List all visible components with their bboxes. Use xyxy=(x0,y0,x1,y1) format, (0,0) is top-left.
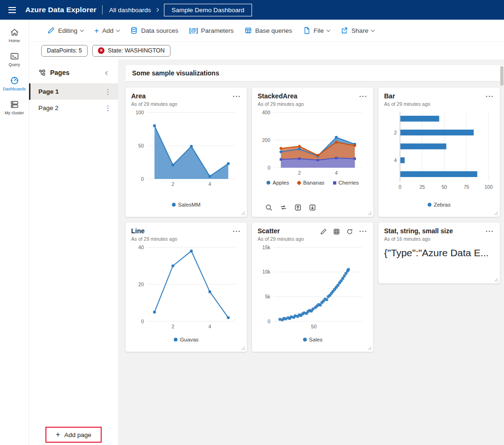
edit-tile-button[interactable] xyxy=(320,228,327,237)
stat-value: {"Type":"Azure Data E... xyxy=(384,247,494,259)
rail-item-dashboards[interactable]: Dashboards xyxy=(0,74,29,94)
share-button[interactable]: Share xyxy=(336,24,378,37)
scrollbar-thumb[interactable] xyxy=(500,66,504,86)
grid-icon xyxy=(333,228,340,235)
base-queries-button[interactable]: Base queries xyxy=(240,24,296,37)
resize-handle-icon[interactable] xyxy=(241,346,245,350)
svg-text:400: 400 xyxy=(262,110,270,115)
breadcrumb-all-dashboards[interactable]: All dashboards xyxy=(109,7,151,14)
rail-item-my-cluster[interactable]: My cluster xyxy=(0,97,29,118)
refresh-tile-button[interactable] xyxy=(346,228,353,237)
editing-label: Editing xyxy=(58,27,77,34)
zoom-search-button[interactable] xyxy=(265,204,273,211)
hamburger-icon xyxy=(8,7,16,8)
tile-scatter[interactable]: Scatter As of 29 minutes ago ⋯ 05k10k15k… xyxy=(252,222,373,352)
page2-kebab-button[interactable]: ⋮ xyxy=(103,104,113,112)
dashboard-name-button[interactable]: Sample Demo Dashboard xyxy=(164,4,252,16)
resize-handle-icon[interactable] xyxy=(494,211,498,215)
page-item-page1[interactable]: Page 1 ⋮ xyxy=(29,83,118,100)
tile-stackedarea[interactable]: StackedArea As of 29 minutes ago ⋯ 02004… xyxy=(252,88,373,217)
rail-item-label: Dashboards xyxy=(3,87,26,91)
page1-kebab-button[interactable]: ⋮ xyxy=(103,87,113,96)
resize-handle-icon[interactable] xyxy=(368,346,372,350)
table-view-button[interactable] xyxy=(333,228,340,237)
hamburger-menu-button[interactable] xyxy=(5,3,19,17)
parameters-icon: [@] xyxy=(189,27,198,34)
svg-text:50: 50 xyxy=(138,143,144,148)
tile-subtitle: As of 29 minutes ago xyxy=(131,236,227,242)
plus-icon: + xyxy=(94,27,99,35)
tile-more-button[interactable]: ⋯ xyxy=(231,227,241,235)
legend-item[interactable]: Bananas xyxy=(297,180,324,185)
legend-item[interactable]: Zebras xyxy=(428,202,451,208)
dashboard-canvas: Some sample visualizations Area As of 29… xyxy=(118,59,504,445)
svg-text:4: 4 xyxy=(208,324,211,329)
svg-text:5k: 5k xyxy=(265,294,271,299)
legend-marker-icon xyxy=(303,338,307,341)
svg-text:4: 4 xyxy=(394,157,397,163)
add-page-button[interactable]: + Add page xyxy=(45,427,102,443)
svg-text:4: 4 xyxy=(208,181,211,187)
database-icon xyxy=(130,27,138,34)
legend-marker-icon xyxy=(174,338,178,341)
tile-line[interactable]: Line As of 29 minutes ago ⋯ 0204024 Guav… xyxy=(126,222,247,352)
resize-handle-icon[interactable] xyxy=(241,211,245,215)
data-sources-button[interactable]: Data sources xyxy=(126,24,183,37)
app-title: Azure Data Explorer xyxy=(25,6,96,14)
bar-chart: 025507510024 xyxy=(384,109,494,191)
search-icon xyxy=(265,204,273,211)
filter-pill-datapoints[interactable]: DataPoints: 5 xyxy=(41,45,88,57)
tile-stat[interactable]: Stat, string, small size As of 16 minute… xyxy=(378,222,500,283)
tile-title: Area xyxy=(131,92,227,100)
tile-more-button[interactable]: ⋯ xyxy=(358,92,368,100)
filter-pill-state[interactable]: × State: WASHINGTON xyxy=(92,45,170,57)
tile-area[interactable]: Area As of 29 minutes ago ⋯ 05010024 Sal… xyxy=(126,88,247,217)
tile-subtitle: As of 29 minutes ago xyxy=(258,236,320,242)
svg-text:0: 0 xyxy=(141,319,144,324)
chart-legend: SalesMM xyxy=(131,202,241,208)
legend-item[interactable]: Apples xyxy=(267,180,289,185)
area-chart: 05010024 xyxy=(131,109,241,188)
breadcrumb-chevron-icon xyxy=(155,8,159,12)
tile-title: Stat, string, small size xyxy=(384,227,480,235)
rail-item-query[interactable]: Query xyxy=(0,49,29,69)
legend-item[interactable]: Cherries xyxy=(333,180,359,185)
tile-more-button[interactable]: ⋯ xyxy=(484,92,494,100)
refresh-icon xyxy=(346,228,353,235)
parameters-button[interactable]: [@] Parameters xyxy=(185,24,238,37)
svg-text:200: 200 xyxy=(262,137,270,143)
svg-text:15k: 15k xyxy=(262,245,271,250)
svg-text:0: 0 xyxy=(141,176,144,182)
resize-handle-icon[interactable] xyxy=(494,278,498,282)
chevron-down-icon xyxy=(371,28,375,31)
legend-item[interactable]: Guavas xyxy=(174,337,199,342)
parameters-label: Parameters xyxy=(201,27,234,34)
canvas-scrollbar[interactable] xyxy=(500,65,504,445)
tile-more-button[interactable]: ⋯ xyxy=(358,227,368,235)
add-button[interactable]: + Add xyxy=(90,24,124,37)
editing-button[interactable]: Editing xyxy=(43,24,88,37)
file-button[interactable]: File xyxy=(299,24,334,37)
resize-handle-icon[interactable] xyxy=(368,211,372,215)
drill-up-button[interactable] xyxy=(294,204,302,211)
collapse-pages-button[interactable] xyxy=(102,68,112,77)
chart-legend: Guavas xyxy=(131,337,241,342)
section-title: Some sample visualizations xyxy=(132,69,219,77)
legend-item[interactable]: Sales xyxy=(303,337,323,342)
rail-item-home[interactable]: Home xyxy=(0,25,29,45)
svg-text:4: 4 xyxy=(335,170,338,176)
page-item-page2[interactable]: Page 2 ⋮ xyxy=(29,100,118,116)
base-queries-label: Base queries xyxy=(255,27,292,34)
chart-legend: Sales xyxy=(258,337,368,342)
add-label: Add xyxy=(102,27,113,34)
filter-pill-label: DataPoints: 5 xyxy=(47,47,82,54)
drill-down-button[interactable] xyxy=(309,204,316,211)
legend-marker-icon xyxy=(333,181,336,185)
tile-more-button[interactable]: ⋯ xyxy=(484,227,494,235)
tile-bar[interactable]: Bar As of 29 minutes ago ⋯ 025507510024 … xyxy=(378,88,500,217)
svg-text:50: 50 xyxy=(311,324,317,329)
line-chart: 0204024 xyxy=(131,244,241,331)
reset-zoom-button[interactable] xyxy=(280,204,287,211)
legend-item[interactable]: SalesMM xyxy=(172,202,200,208)
tile-more-button[interactable]: ⋯ xyxy=(231,92,241,100)
